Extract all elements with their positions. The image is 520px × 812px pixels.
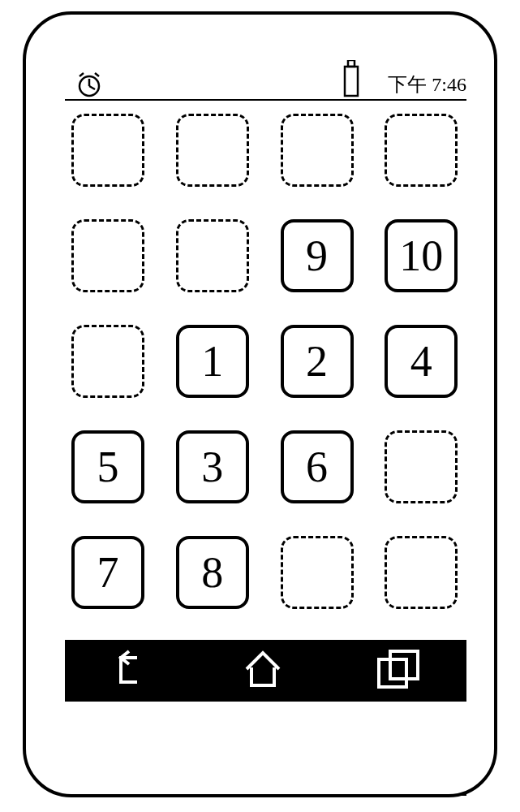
grid-slot[interactable] <box>71 219 144 292</box>
home-icon[interactable] <box>240 646 286 695</box>
svg-rect-8 <box>390 651 418 679</box>
recent-icon[interactable] <box>374 648 423 693</box>
grid-slot[interactable] <box>176 219 249 292</box>
grid-slot[interactable] <box>71 325 144 398</box>
grid-slot[interactable] <box>385 430 458 503</box>
svg-rect-7 <box>379 659 406 687</box>
svg-rect-6 <box>348 60 355 67</box>
app-icon-7[interactable]: 7 <box>71 536 144 609</box>
svg-rect-5 <box>345 67 358 96</box>
alarm-icon <box>75 70 104 102</box>
nav-bar <box>65 640 466 702</box>
svg-line-4 <box>95 73 99 76</box>
app-icon-8[interactable]: 8 <box>176 536 249 609</box>
grid-slot[interactable] <box>385 114 458 187</box>
app-icon-3[interactable]: 3 <box>176 430 249 503</box>
back-icon[interactable] <box>110 648 152 693</box>
app-icon-5[interactable]: 5 <box>71 430 144 503</box>
app-icon-4[interactable]: 4 <box>385 325 458 398</box>
grid-slot[interactable] <box>176 114 249 187</box>
grid-slot[interactable] <box>281 114 354 187</box>
app-icon-1[interactable]: 1 <box>176 325 249 398</box>
grid-slot[interactable] <box>71 114 144 187</box>
screen-border <box>65 794 466 796</box>
svg-line-3 <box>80 73 84 76</box>
app-grid: 9 10 1 2 4 5 3 6 7 8 <box>65 114 466 609</box>
app-icon-10[interactable]: 10 <box>385 219 458 292</box>
svg-line-2 <box>89 86 95 89</box>
screen: 下午 7:46 9 10 1 2 4 5 3 6 7 8 <box>65 80 466 745</box>
status-bar: 下午 7:46 <box>65 80 466 101</box>
battery-icon <box>340 60 363 101</box>
grid-slot[interactable] <box>281 536 354 609</box>
grid-slot[interactable] <box>385 536 458 609</box>
app-icon-9[interactable]: 9 <box>281 219 354 292</box>
app-icon-2[interactable]: 2 <box>281 325 354 398</box>
app-icon-6[interactable]: 6 <box>281 430 354 503</box>
device-frame: 下午 7:46 9 10 1 2 4 5 3 6 7 8 <box>23 11 497 797</box>
status-time: 下午 7:46 <box>388 71 466 97</box>
